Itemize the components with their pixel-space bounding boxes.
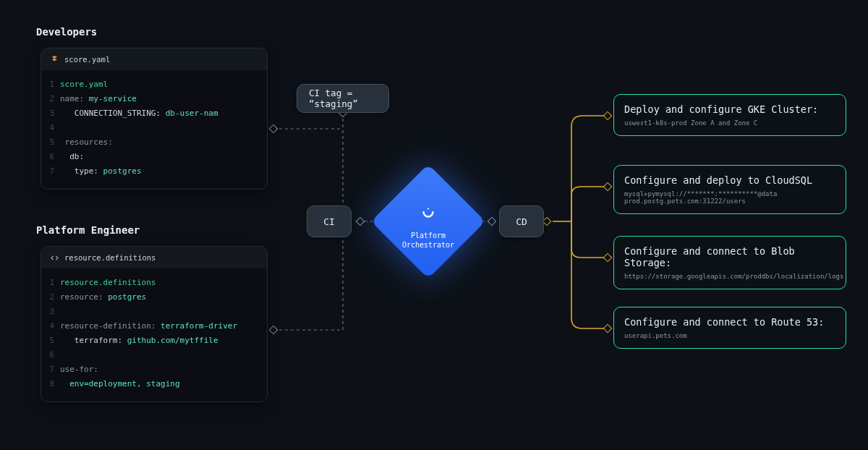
- output-card-route53: Configure and connect to Route 53: usera…: [613, 307, 846, 349]
- svg-rect-0: [269, 124, 277, 132]
- editor-tab-label: resource.definitions: [64, 253, 156, 262]
- cd-node: CD: [499, 205, 544, 237]
- output-title: Configure and connect to Blob Storage:: [624, 245, 835, 268]
- output-sub: https://storage.googleapis.com/proddbs/l…: [624, 273, 835, 280]
- svg-rect-5: [356, 217, 364, 225]
- code-icon: [50, 253, 59, 262]
- orchestrator-label: PlatformOrchestrator: [402, 231, 454, 250]
- svg-rect-10: [603, 253, 611, 261]
- output-sub: userapi.pets.com: [624, 332, 835, 339]
- line-gutter: 12345678: [41, 276, 60, 391]
- output-sub: uswest1-k8s-prod Zone A and Zone C: [624, 119, 835, 127]
- output-title: Configure and deploy to CloudSQL: [624, 174, 835, 186]
- output-card-gke: Deploy and configure GKE Cluster: uswest…: [613, 94, 846, 136]
- editor-resource-definitions: resource.definitions 12345678 resource.d…: [41, 246, 268, 402]
- platform-orchestrator-node: PlatformOrchestrator: [370, 164, 486, 279]
- output-card-blob: Configure and connect to Blob Storage: h…: [613, 236, 846, 289]
- svg-rect-2: [269, 326, 277, 334]
- svg-rect-8: [603, 111, 611, 119]
- code-lines: resource.definitions resource: postgres …: [60, 276, 267, 391]
- code-lines: score.yaml name: my-service CONNECTION_S…: [60, 77, 267, 179]
- section-title-platform-engineer: Platform Engineer: [36, 224, 140, 236]
- svg-point-12: [427, 208, 429, 210]
- file-icon: [50, 55, 59, 64]
- smile-icon: [420, 205, 436, 224]
- section-title-developers: Developers: [36, 26, 97, 38]
- output-sub: mysql+pymysql://*******:**********@data …: [624, 190, 835, 205]
- ci-tag-node: CI tag = “staging”: [297, 84, 389, 113]
- editor-score-yaml: score.yaml 1234567 score.yaml name: my-s…: [41, 48, 268, 190]
- output-title: Deploy and configure GKE Cluster:: [624, 103, 835, 115]
- svg-rect-6: [488, 217, 495, 225]
- editor-tab-label: score.yaml: [64, 55, 110, 64]
- line-gutter: 1234567: [41, 77, 60, 179]
- svg-rect-7: [542, 217, 550, 225]
- svg-rect-11: [603, 324, 611, 332]
- svg-rect-9: [603, 182, 611, 190]
- output-card-cloudsql: Configure and deploy to CloudSQL mysql+p…: [613, 165, 846, 214]
- output-title: Configure and connect to Route 53:: [624, 316, 835, 328]
- ci-node: CI: [307, 205, 352, 237]
